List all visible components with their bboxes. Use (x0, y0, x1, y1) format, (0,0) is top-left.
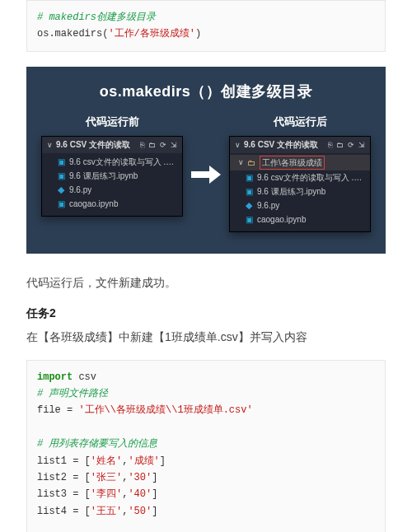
code-text: ] (160, 455, 166, 467)
list-item: ▣ caogao.ipynb (42, 197, 182, 211)
code-comment: # 用列表存储要写入的信息 (37, 438, 157, 450)
notebook-icon: ▣ (245, 215, 253, 223)
code-string: '40' (128, 488, 152, 500)
file-name: 9.6 课后练习.ipynb (69, 170, 138, 182)
file-name: caogao.ipynb (69, 198, 119, 210)
run-result-text: 代码运行后，文件新建成功。 (26, 273, 386, 292)
list-item: ▣ 9.6 csv文件的读取与写入 .ipynb (230, 170, 370, 184)
code-string: '工作\\各班级成绩\\1班成绩单.csv' (78, 404, 252, 416)
file-explorer-before: ∨ 9.6 CSV 文件的读取 ⎘ 🗀 ⟳ ⇲ ▣ 9.6 csv文件的读取与写… (41, 136, 183, 217)
code-string: '李四' (91, 488, 122, 500)
code-string: '50' (128, 506, 152, 517)
code-text: csv (73, 371, 96, 383)
diagram-before-label: 代码运行前 (86, 114, 139, 129)
python-icon: ◆ (57, 185, 65, 194)
explorer-header-actions: ⎘ 🗀 ⟳ ⇲ (328, 141, 365, 149)
refresh-icon: ⟳ (348, 141, 354, 149)
code-text: list2 = [ (37, 472, 91, 483)
chevron-down-icon: ∨ (238, 157, 244, 169)
collapse-icon: ⇲ (171, 141, 177, 149)
code-string: '工作/各班级成绩' (108, 28, 195, 40)
list-item-new-folder: ∨ 🗀 工作\各班级成绩 (230, 155, 370, 170)
svg-rect-0 (191, 171, 209, 178)
explorer-header-title: 9.6 CSV 文件的读取 (56, 139, 140, 151)
task-title: 任务2 (26, 306, 386, 321)
code-string: '成绩' (128, 455, 159, 467)
chevron-down-icon: ∨ (47, 141, 53, 149)
diagram-makedirs: os.makedirs（）创建多级目录 代码运行前 ∨ 9.6 CSV 文件的读… (26, 67, 386, 254)
new-folder-icon: 🗀 (148, 141, 156, 149)
code-text: list4 = [ (37, 506, 91, 517)
explorer-header: ∨ 9.6 CSV 文件的读取 ⎘ 🗀 ⟳ ⇲ (230, 137, 370, 153)
list-item: ◆ 9.6.py (42, 183, 182, 197)
new-file-icon: ⎘ (328, 141, 332, 149)
list-item: ▣ 9.6 课后练习.ipynb (42, 169, 182, 183)
file-name: 9.6 csv文件的读取与写入 .ipynb (257, 171, 363, 184)
code-keyword: import (37, 371, 73, 383)
explorer-list: ▣ 9.6 csv文件的读取与写入 .ipynb ▣ 9.6 课后练习.ipyn… (42, 153, 182, 216)
code-line-end: ) (195, 28, 201, 40)
code-text: file = (37, 404, 78, 416)
refresh-icon: ⟳ (160, 141, 166, 149)
explorer-header-actions: ⎘ 🗀 ⟳ ⇲ (140, 141, 177, 149)
list-item: ◆ 9.6.py (230, 198, 370, 212)
notebook-icon: ▣ (57, 199, 65, 208)
folder-name: 工作\各班级成绩 (260, 156, 325, 170)
code-string: '张三' (91, 472, 122, 483)
code-comment: # makedirs创建多级目录 (37, 12, 156, 23)
file-name: 9.6 csv文件的读取与写入 .ipynb (69, 156, 176, 168)
notebook-icon: ▣ (245, 187, 253, 195)
diagram-after-label: 代码运行后 (274, 114, 327, 129)
diagram-title: os.makedirs（）创建多级目录 (41, 82, 371, 101)
code-text: list3 = [ (37, 488, 91, 500)
task-description: 在【各班级成绩】中新建【1班成绩单.csv】并写入内容 (26, 328, 386, 346)
svg-marker-1 (209, 166, 221, 184)
list-item: ▣ 9.6 csv文件的读取与写入 .ipynb (42, 155, 182, 169)
code-line: os.makedirs( (37, 28, 108, 40)
file-name: 9.6 课后练习.ipynb (257, 185, 325, 198)
file-name: 9.6.py (257, 199, 279, 212)
notebook-icon: ▣ (245, 173, 253, 181)
code-string: '王五' (91, 506, 122, 517)
code-text: ] (152, 488, 157, 500)
notebook-icon: ▣ (57, 171, 65, 180)
code-text: ] (152, 506, 157, 517)
list-item: ▣ caogao.ipynb (230, 212, 370, 226)
code-string: '姓名' (91, 455, 122, 467)
new-folder-icon: 🗀 (336, 141, 344, 149)
file-name: caogao.ipynb (257, 213, 307, 226)
file-name: 9.6.py (69, 184, 91, 196)
code-comment: # 声明文件路径 (37, 388, 108, 399)
code-block-makedirs: # makedirs创建多级目录 os.makedirs('工作/各班级成绩') (26, 0, 386, 52)
explorer-header: ∨ 9.6 CSV 文件的读取 ⎘ 🗀 ⟳ ⇲ (42, 137, 182, 153)
file-explorer-after: ∨ 9.6 CSV 文件的读取 ⎘ 🗀 ⟳ ⇲ ∨ 🗀 (229, 136, 371, 232)
list-item: ▣ 9.6 课后练习.ipynb (230, 184, 370, 198)
diagram-after-column: 代码运行后 ∨ 9.6 CSV 文件的读取 ⎘ 🗀 ⟳ ⇲ (229, 114, 371, 232)
arrow-icon (190, 164, 222, 185)
code-block-task2: import csv # 声明文件路径 file = '工作\\各班级成绩\\1… (26, 360, 386, 532)
explorer-header-title: 9.6 CSV 文件的读取 (244, 139, 328, 151)
code-string: '30' (128, 472, 152, 483)
code-text: ] (152, 472, 157, 483)
chevron-down-icon: ∨ (235, 141, 241, 149)
collapse-icon: ⇲ (358, 141, 365, 149)
folder-icon: 🗀 (247, 158, 255, 166)
diagram-before-column: 代码运行前 ∨ 9.6 CSV 文件的读取 ⎘ 🗀 ⟳ ⇲ (41, 114, 183, 217)
python-icon: ◆ (245, 201, 253, 209)
new-file-icon: ⎘ (140, 141, 144, 149)
notebook-icon: ▣ (57, 157, 65, 166)
explorer-list: ∨ 🗀 工作\各班级成绩 ▣ 9.6 csv文件的读取与写入 .ipynb ▣ … (230, 153, 370, 231)
code-text: list1 = [ (37, 455, 91, 467)
